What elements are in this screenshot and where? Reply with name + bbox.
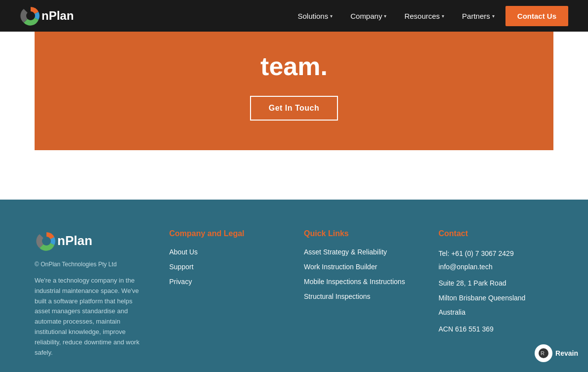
svg-point-1 [26,11,35,20]
footer-quick-links-column: Quick Links Asset Strategy & Reliability… [304,229,419,358]
chevron-down-icon: ▾ [330,13,333,19]
footer-copyright: © OnPlan Technologies Pty Ltd [35,261,150,268]
footer-contact-title: Contact [439,229,554,238]
nav-company[interactable]: Company ▾ [343,8,393,24]
footer-phone: Tel: +61 (0) 7 3067 2429 [439,248,554,260]
revain-icon: R [535,344,552,362]
footer-address-line2: Milton Brisbane Queensland [439,292,554,304]
nav-resources[interactable]: Resources ▾ [397,8,451,24]
svg-text:nPlan: nPlan [42,9,74,22]
footer-grid: nPlan © OnPlan Technologies Pty Ltd We'r… [35,229,553,358]
nav-partners[interactable]: Partners ▾ [455,8,502,24]
logo[interactable]: nPlan [20,5,84,27]
footer-address-line3: Australia [439,307,554,319]
footer-logo-column: nPlan © OnPlan Technologies Pty Ltd We'r… [35,229,150,358]
footer-address-line1: Suite 28, 1 Park Road [439,278,554,289]
footer-link-asset-strategy[interactable]: Asset Strategy & Reliability [304,248,419,256]
footer: nPlan © OnPlan Technologies Pty Ltd We'r… [0,200,588,372]
footer-company-legal-column: Company and Legal About Us Support Priva… [169,229,285,358]
chevron-down-icon: ▾ [442,13,444,19]
svg-text:R: R [541,350,545,356]
chevron-down-icon: ▾ [384,13,386,19]
footer-acn: ACN 616 551 369 [439,324,554,335]
revain-label: Revain [555,349,578,357]
revain-badge[interactable]: R Revain [535,344,578,362]
svg-point-3 [42,237,51,246]
footer-contact-column: Contact Tel: +61 (0) 7 3067 2429 info@on… [439,229,554,358]
hero-text: team. [260,51,328,81]
nav-solutions[interactable]: Solutions ▾ [291,8,339,24]
white-gap-section [0,150,588,200]
footer-link-work-instruction[interactable]: Work Instruction Builder [304,263,419,271]
footer-link-privacy[interactable]: Privacy [169,278,285,286]
nav-links: Solutions ▾ Company ▾ Resources ▾ Partne… [291,6,568,26]
footer-link-support[interactable]: Support [169,263,285,271]
navbar: nPlan Solutions ▾ Company ▾ Resources ▾ … [0,0,588,32]
contact-us-button[interactable]: Contact Us [505,6,568,26]
footer-link-mobile-inspections[interactable]: Mobile Inspections & Instructions [304,278,419,286]
get-in-touch-button[interactable]: Get In Touch [250,96,338,121]
footer-email[interactable]: info@onplan.tech [439,263,554,271]
footer-company-legal-title: Company and Legal [169,229,285,238]
footer-quick-links-title: Quick Links [304,229,419,238]
hero-section: team. Get In Touch [35,32,553,150]
footer-link-about[interactable]: About Us [169,248,285,256]
footer-link-structural-inspections[interactable]: Structural Inspections [304,292,419,300]
footer-logo[interactable]: nPlan [35,229,150,255]
svg-text:nPlan: nPlan [57,233,92,248]
footer-description: We're a technology company in the indust… [35,276,150,358]
chevron-down-icon: ▾ [492,13,495,19]
